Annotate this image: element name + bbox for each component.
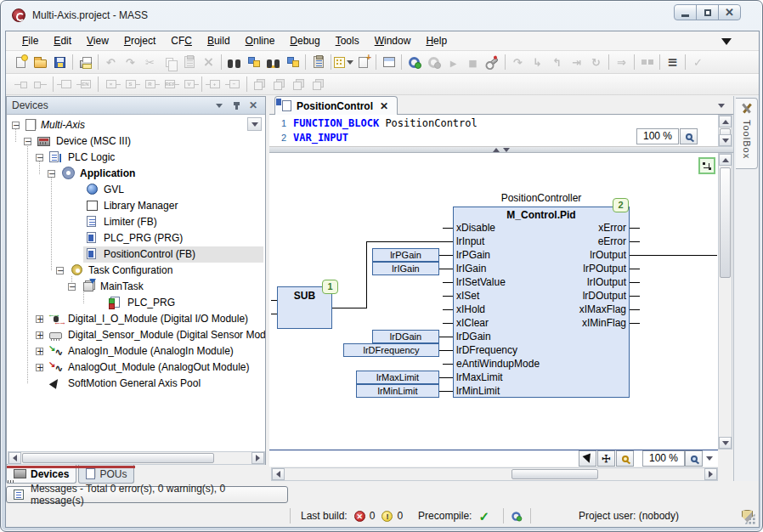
step-out-icon[interactable]: [547, 53, 567, 71]
menu-window[interactable]: Window: [367, 31, 419, 51]
tab-list-dropdown-icon[interactable]: [718, 104, 725, 108]
login-icon[interactable]: [404, 53, 424, 71]
fb-output-pin[interactable]: xIMaxFlag: [460, 303, 626, 316]
insert-connection-icon[interactable]: [56, 76, 76, 93]
tree-item-library-manager[interactable]: Library Manager: [8, 198, 265, 214]
tree-item-limiter[interactable]: Limiter (FB): [8, 214, 265, 230]
add-input-pin-icon[interactable]: +: [205, 76, 224, 93]
expand-toggle[interactable]: [68, 283, 76, 291]
quick-replace-icon[interactable]: [244, 53, 263, 71]
remove-input-pin-icon[interactable]: −: [224, 76, 244, 93]
scroll-down-button[interactable]: [719, 437, 732, 449]
reset-warm-icon[interactable]: [586, 53, 606, 71]
replace-objects-icon[interactable]: [283, 53, 302, 71]
open-project-icon[interactable]: [31, 53, 50, 71]
undo-icon[interactable]: [101, 53, 121, 71]
fb-instance-name[interactable]: PositionController: [453, 192, 630, 204]
expand-toggle[interactable]: [36, 348, 43, 355]
move-down-icon[interactable]: [308, 76, 328, 93]
fb-output-pin[interactable]: xError: [460, 221, 626, 235]
new-object-icon[interactable]: [334, 53, 353, 71]
diagram-zoom-button[interactable]: [685, 450, 703, 467]
scroll-left-button[interactable]: [272, 468, 285, 480]
scroll-thumb[interactable]: [720, 167, 731, 278]
scroll-up-button[interactable]: [719, 154, 732, 166]
send-to-back-icon[interactable]: [269, 76, 289, 93]
fb-input-pin[interactable]: lrDFrequency: [456, 343, 517, 357]
diagram-zoom-level[interactable]: 100 %: [642, 450, 685, 467]
run-to-cursor-icon[interactable]: [567, 53, 586, 71]
scroll-right-button[interactable]: [704, 468, 717, 480]
build-icon[interactable]: [483, 53, 502, 71]
scroll-thumb[interactable]: [22, 453, 214, 463]
reset-signal-icon[interactable]: R: [140, 76, 160, 93]
fb-output-pin[interactable]: xIMinFlag: [460, 316, 626, 330]
fb-output-pin[interactable]: eError: [460, 235, 626, 248]
zoom-tool-button[interactable]: [616, 450, 634, 467]
editor-splitter[interactable]: [269, 147, 733, 153]
menu-edit[interactable]: Edit: [46, 31, 79, 51]
force-values-icon[interactable]: [637, 53, 657, 71]
redo-icon[interactable]: [121, 53, 140, 71]
fb-output-pin[interactable]: lrIOutput: [460, 275, 626, 289]
fb-output-pin[interactable]: lrDOutput: [460, 289, 626, 303]
fb-input-pin[interactable]: lrMaxLimit: [456, 371, 503, 384]
expand-toggle[interactable]: [36, 364, 43, 371]
auto-route-button[interactable]: [698, 157, 715, 174]
tab-close-icon[interactable]: ✕: [380, 101, 388, 111]
tree-item-device[interactable]: Device (MSC III): [8, 133, 265, 150]
show-next-statement-icon[interactable]: [612, 53, 631, 71]
messages-bar[interactable]: Messages - Total 0 error(s), 0 warning(s…: [6, 486, 288, 503]
editor-tab-positioncontrol[interactable]: PositionControl ✕: [274, 96, 398, 115]
declaration-v-scrollbar[interactable]: [718, 115, 732, 147]
print-icon[interactable]: [76, 53, 95, 71]
declaration-zoom-level[interactable]: 100 %: [636, 128, 679, 144]
new-project-icon[interactable]: [11, 53, 31, 71]
fb-output-pin[interactable]: lrOutput: [460, 248, 626, 262]
tree-item-application[interactable]: Application: [8, 166, 265, 182]
fb-input-pin[interactable]: eAntiWindupMode: [456, 357, 540, 371]
expand-toggle[interactable]: [24, 138, 31, 145]
tree-item-multi-axis[interactable]: Multi-Axis: [8, 117, 265, 133]
tree-item-positioncontrol[interactable]: PositionControl (FB): [8, 246, 265, 263]
tree-item-digital-sensor-module[interactable]: Digital_Sensor_Module (Digital Sensor Mo…: [8, 327, 265, 343]
stop-icon[interactable]: [463, 53, 483, 71]
move-up-icon[interactable]: [289, 76, 308, 93]
expand-toggle[interactable]: [36, 154, 43, 161]
fb-input-pin[interactable]: lrMinLimit: [456, 384, 500, 398]
edit-object-icon[interactable]: [379, 53, 398, 71]
tree-item-task-configuration[interactable]: Task Configuration: [8, 263, 265, 279]
menu-online[interactable]: Online: [238, 31, 283, 51]
find-icon[interactable]: [224, 53, 244, 71]
zoom-dropdown-icon[interactable]: [706, 456, 713, 461]
input-box-lrigain[interactable]: lrIGain: [372, 262, 439, 275]
expand-toggle[interactable]: [36, 331, 43, 339]
step-into-icon[interactable]: [528, 53, 547, 71]
insert-output-icon[interactable]: [31, 76, 50, 93]
scroll-down-button[interactable]: [719, 134, 732, 146]
delete-icon[interactable]: [199, 53, 218, 71]
tree-item-maintask-plc-prg[interactable]: PLC_PRG: [8, 295, 265, 311]
input-box-lrmaxlimit[interactable]: lrMaxLimit: [356, 371, 439, 384]
minimize-button[interactable]: [674, 4, 697, 20]
negate-icon[interactable]: ×: [101, 76, 121, 93]
fb-input-pin[interactable]: lrDGain: [456, 330, 491, 343]
tree-dropdown-button[interactable]: [247, 117, 262, 131]
insert-input-icon[interactable]: [11, 76, 31, 93]
tree-item-softmotion[interactable]: SoftMotion General Axis Pool: [8, 376, 265, 392]
pin-icon[interactable]: [229, 99, 243, 111]
input-box-lrpgain[interactable]: lrPGain: [372, 248, 439, 262]
menu-help[interactable]: Help: [418, 31, 455, 51]
logout-icon[interactable]: [424, 53, 444, 71]
scroll-up-button[interactable]: [719, 116, 732, 127]
menu-project[interactable]: Project: [116, 31, 163, 51]
paste-icon[interactable]: [179, 53, 199, 71]
insert-en-eno-icon[interactable]: EN: [76, 76, 95, 93]
cfc-diagram[interactable]: SUB 1 PositionController M_Control.Pid 2…: [269, 153, 718, 450]
bring-to-front-icon[interactable]: [250, 76, 269, 93]
devices-h-scrollbar[interactable]: [8, 451, 265, 465]
title-bar[interactable]: Multi-Axis.project - MASS ✕: [1, 1, 762, 30]
tree-item-analogout-module[interactable]: AnalogOut_Module (AnalogOut Module): [8, 359, 265, 376]
input-box-lrdfrequency[interactable]: lrDFrequency: [343, 343, 439, 357]
filter-icon[interactable]: [721, 38, 732, 45]
